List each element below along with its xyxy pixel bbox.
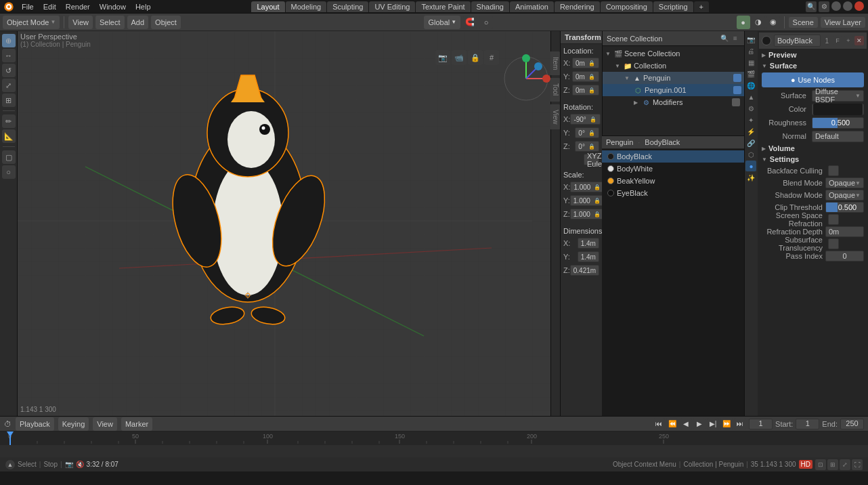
camera-view-btn[interactable]: 📷	[435, 50, 450, 65]
statusbar-icon-1[interactable]: ⊡	[815, 459, 826, 470]
refraction-depth-field[interactable]: 0m	[825, 226, 864, 237]
tab-animation[interactable]: Animation	[510, 1, 554, 12]
statusbar-icon-4[interactable]: ⛶	[852, 459, 863, 470]
render-icon[interactable]: 📷	[745, 34, 756, 45]
tab-rendering[interactable]: Rendering	[555, 1, 600, 12]
menu-edit[interactable]: Edit	[39, 2, 60, 12]
material-preview-btn[interactable]: ◑	[752, 16, 765, 29]
rotation-x-field[interactable]: -90° 🔒	[570, 114, 600, 125]
menu-render[interactable]: Render	[62, 2, 94, 12]
solid-shading-btn[interactable]: ●	[737, 16, 750, 29]
physics-icon[interactable]: ⚡	[745, 126, 756, 137]
blend-mode-field[interactable]: Opaque ▼	[825, 177, 864, 188]
object-data-icon[interactable]: ⬡	[745, 149, 756, 160]
outliner-search-icon[interactable]: 🔍	[720, 34, 729, 43]
timeline-track[interactable]: 0 50 100 150 200 250	[0, 431, 868, 457]
constraints-icon[interactable]: 🔗	[745, 138, 756, 148]
menu-help[interactable]: Help	[131, 2, 155, 12]
tab-sculpting[interactable]: Sculpting	[327, 1, 368, 12]
scene-selector[interactable]: Scene	[789, 17, 818, 28]
tree-item-penguin[interactable]: ▼ ▲ Penguin	[603, 72, 744, 84]
global-selector[interactable]: Global ▼	[424, 16, 460, 29]
add-menu-btn[interactable]: Add	[127, 16, 149, 29]
rotation-z-field[interactable]: 0° 🔒	[575, 141, 599, 152]
outliner-filter-icon[interactable]: ≡	[731, 34, 740, 43]
statusbar-icon-3[interactable]: ⤢	[840, 459, 850, 470]
tab-compositing[interactable]: Compositing	[601, 1, 653, 12]
step-back-btn[interactable]: ◀	[680, 418, 692, 430]
mat-unlink-btn[interactable]: ✕	[854, 36, 864, 45]
view-menu-btn[interactable]: View	[68, 16, 93, 29]
roughness-field[interactable]: 0.500	[812, 117, 864, 129]
rotation-mode-dropdown[interactable]: XYZ Euler ▼	[584, 154, 599, 165]
scale-z-lock[interactable]: 🔒	[593, 210, 601, 218]
camera-btn2[interactable]: 📹	[452, 50, 466, 65]
tree-item-modifiers[interactable]: ▶ ⚙ Modifiers	[603, 96, 744, 108]
render-preview-btn[interactable]: ◉	[766, 16, 780, 29]
measure-tool-btn[interactable]: 📐	[2, 129, 16, 143]
view-layer-icon[interactable]: ▦	[745, 57, 756, 68]
clip-threshold-field[interactable]: 0.500	[825, 202, 864, 213]
volume-section-header[interactable]: ▶ Volume	[759, 143, 867, 154]
shaderfx-icon[interactable]: ✨	[745, 172, 756, 183]
view-tab[interactable]: View	[550, 104, 560, 130]
material-item-bodywhite[interactable]: BodyWhite	[602, 163, 744, 175]
item-tab[interactable]: Item	[550, 51, 560, 75]
object-menu-btn[interactable]: Object	[151, 16, 181, 29]
mat-new-btn[interactable]: +	[844, 36, 853, 45]
play-btn[interactable]: ▶	[693, 418, 706, 430]
particles-icon[interactable]: ✦	[745, 114, 756, 125]
window-close-btn[interactable]	[854, 1, 864, 11]
modifiers-arrow[interactable]: ▶	[634, 100, 641, 106]
tree-item-scene-collection[interactable]: ▼ 🎬 Scene Collection	[603, 47, 744, 60]
scene-icon[interactable]: 🎬	[745, 68, 756, 79]
collection-arrow[interactable]: ▼	[615, 63, 622, 69]
rotation-x-lock[interactable]: 🔒	[589, 115, 597, 123]
use-nodes-btn[interactable]: ● Use Nodes	[762, 72, 864, 87]
location-z-field[interactable]: 0m 🔒	[572, 85, 599, 96]
location-x-lock-icon[interactable]: 🔒	[588, 59, 596, 67]
playback-btn[interactable]: Playback	[16, 417, 54, 431]
annotate-tool-btn[interactable]: ✏	[2, 114, 16, 128]
add-workspace-btn[interactable]: +	[694, 1, 709, 12]
rotation-y-lock[interactable]: 🔒	[588, 129, 596, 137]
window-settings-icon[interactable]: ⚙	[819, 1, 829, 12]
surface-section-header[interactable]: ▼ Surface	[759, 60, 867, 71]
shadow-mode-field[interactable]: Opaque ▼	[825, 190, 864, 201]
marker-btn[interactable]: Marker	[121, 417, 152, 431]
dim-y-field[interactable]: 1.4m	[578, 251, 599, 262]
window-maximize-btn[interactable]	[843, 1, 852, 11]
location-x-field[interactable]: 0m 🔒	[572, 58, 599, 68]
snap-magnet-icon[interactable]: 🧲	[463, 16, 477, 29]
menu-file[interactable]: File	[18, 2, 38, 12]
window-search-icon[interactable]: 🔍	[806, 1, 817, 12]
tab-layout[interactable]: Layout	[251, 1, 284, 12]
modifier-icon[interactable]: ⚙	[745, 103, 756, 114]
cursor-tool-btn[interactable]: ⊕	[2, 34, 16, 47]
box-select-btn[interactable]: ▢	[2, 150, 16, 164]
ssr-checkbox[interactable]	[828, 214, 839, 225]
start-frame-input[interactable]: 1	[796, 419, 819, 429]
end-frame-input[interactable]: 250	[840, 419, 864, 429]
tree-item-collection[interactable]: ▼ 📁 Collection	[603, 60, 744, 72]
location-y-field[interactable]: 0m 🔒	[572, 71, 599, 82]
viewport[interactable]: User Perspective (1) Collection | Pengui…	[18, 31, 560, 416]
gizmo[interactable]	[499, 51, 553, 106]
tool-tab[interactable]: Tool	[550, 78, 560, 101]
lock-view-btn[interactable]: 🔒	[468, 50, 483, 65]
scale-y-field[interactable]: 1.000 🔒	[570, 195, 602, 206]
pass-index-field[interactable]: 0	[825, 251, 864, 261]
menu-window[interactable]: Window	[95, 2, 130, 12]
preview-section-header[interactable]: ▶ Preview	[759, 49, 867, 60]
scale-y-lock[interactable]: 🔒	[593, 196, 601, 205]
tab-uv-editing[interactable]: UV Editing	[369, 1, 415, 12]
jump-next-keyframe-btn[interactable]: ⏩	[720, 418, 733, 430]
location-y-lock-icon[interactable]: 🔒	[588, 72, 596, 81]
scene-collection-arrow[interactable]: ▼	[605, 51, 612, 57]
grid-toggle-btn[interactable]: #	[484, 50, 499, 65]
color-swatch[interactable]	[813, 104, 863, 115]
move-tool-btn[interactable]: ↔	[2, 49, 16, 62]
tab-scripting[interactable]: Scripting	[653, 1, 693, 12]
material-item-eyeblack[interactable]: EyeBlack	[602, 187, 744, 199]
statusbar-icon-2[interactable]: ⊞	[827, 459, 838, 470]
